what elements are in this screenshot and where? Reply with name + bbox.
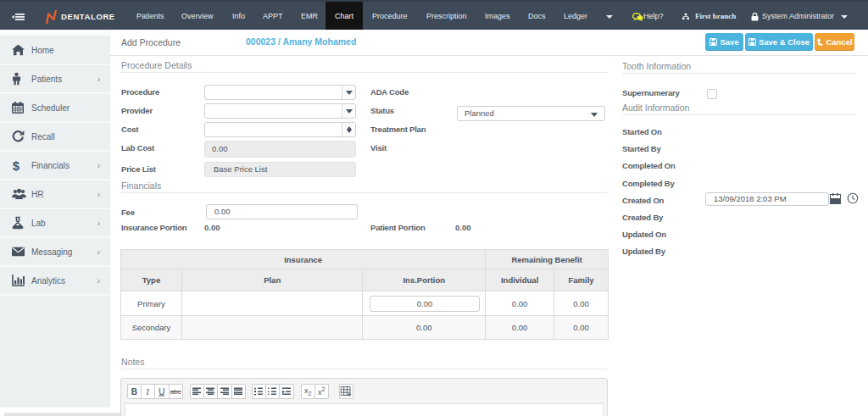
- svg-text:$: $: [13, 158, 20, 172]
